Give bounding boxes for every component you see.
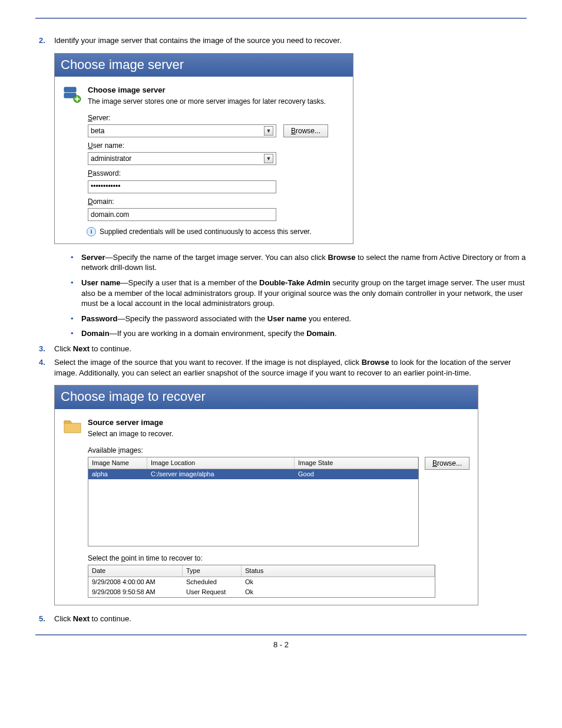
point-in-time-label: Select the point in time to recover to: bbox=[88, 554, 470, 563]
domain-value: domain.com bbox=[91, 210, 129, 219]
point-in-time-table[interactable]: Date Type Status 9/29/2008 4:00:00 AM Sc… bbox=[88, 565, 435, 598]
domain-input[interactable]: domain.com bbox=[88, 208, 276, 221]
password-input[interactable]: •••••••••••• bbox=[88, 180, 276, 193]
server-select[interactable]: beta ▼ bbox=[88, 124, 276, 137]
step-4: 4. Select the image of the source that y… bbox=[35, 357, 527, 605]
available-images-table[interactable]: Image Name Image Location Image State al… bbox=[88, 457, 419, 546]
info-icon: i bbox=[87, 227, 96, 236]
domain-label: Domain: bbox=[88, 197, 345, 206]
info-text: Supplied credentials will be used contin… bbox=[100, 227, 312, 236]
server-icon bbox=[63, 85, 82, 104]
available-images-label: Available images: bbox=[88, 446, 470, 455]
top-rule bbox=[35, 18, 527, 19]
step-3: 3. Click Next to continue. bbox=[35, 344, 527, 354]
col-image-name[interactable]: Image Name bbox=[88, 457, 147, 469]
browse-button[interactable]: Browse... bbox=[283, 124, 328, 137]
dialog-heading: Choose image server bbox=[88, 85, 326, 95]
chevron-down-icon[interactable]: ▼ bbox=[264, 126, 273, 136]
bullet-password: Password—Specify the password associated… bbox=[71, 314, 527, 324]
col-image-location[interactable]: Image Location bbox=[147, 457, 295, 469]
bullet-server: Server—Specify the name of the target im… bbox=[71, 252, 527, 273]
table-row[interactable]: 9/29/2008 4:00:00 AM Scheduled Ok bbox=[88, 577, 435, 587]
folder-icon bbox=[63, 417, 82, 434]
dialog-sub: Select an image to recover. bbox=[88, 429, 173, 439]
password-label: Password: bbox=[88, 169, 345, 178]
bottom-rule bbox=[35, 634, 527, 635]
browse-button[interactable]: Browse... bbox=[425, 457, 470, 470]
dialog-title: Choose image server bbox=[55, 54, 353, 77]
step-num: 2. bbox=[39, 35, 45, 46]
server-value: beta bbox=[91, 126, 104, 136]
username-select[interactable]: administrator ▼ bbox=[88, 152, 276, 165]
step-2-text: Identify your image server that contains… bbox=[54, 36, 342, 45]
page-footer: 8 - 2 bbox=[0, 640, 562, 649]
username-value: administrator bbox=[91, 154, 131, 163]
step-num: 4. bbox=[39, 357, 45, 368]
table-row[interactable]: alpha C:/server image/alpha Good bbox=[88, 469, 418, 479]
step-num: 5. bbox=[39, 614, 45, 624]
chevron-down-icon[interactable]: ▼ bbox=[264, 154, 273, 163]
dialog-heading: Source server image bbox=[88, 417, 173, 428]
choose-image-to-recover-dialog: Choose image to recover Source server im… bbox=[54, 385, 478, 605]
col-status[interactable]: Status bbox=[242, 565, 435, 577]
table-row[interactable]: 9/29/2008 9:50:58 AM User Request Ok bbox=[88, 587, 435, 597]
step-2: 2. Identify your image server that conta… bbox=[35, 35, 527, 339]
bullet-domain: Domain—If you are working in a domain en… bbox=[71, 328, 527, 339]
col-date[interactable]: Date bbox=[88, 565, 183, 577]
step-num: 3. bbox=[39, 344, 45, 354]
choose-image-server-dialog: Choose image server Choose image server … bbox=[54, 53, 353, 244]
step-5: 5. Click Next to continue. bbox=[35, 614, 527, 624]
col-type[interactable]: Type bbox=[183, 565, 242, 577]
col-image-state[interactable]: Image State bbox=[295, 457, 418, 469]
svg-rect-0 bbox=[64, 87, 76, 92]
server-label: Server: bbox=[88, 113, 345, 123]
dialog-title: Choose image to recover bbox=[55, 386, 478, 409]
table-header: Date Type Status bbox=[88, 565, 435, 577]
dialog-sub: The image server stores one or more serv… bbox=[88, 97, 326, 106]
table-header: Image Name Image Location Image State bbox=[88, 457, 418, 469]
bullet-username: User name—Specify a user that is a membe… bbox=[71, 278, 527, 309]
password-value: •••••••••••• bbox=[91, 182, 120, 191]
username-label: User name: bbox=[88, 141, 345, 150]
